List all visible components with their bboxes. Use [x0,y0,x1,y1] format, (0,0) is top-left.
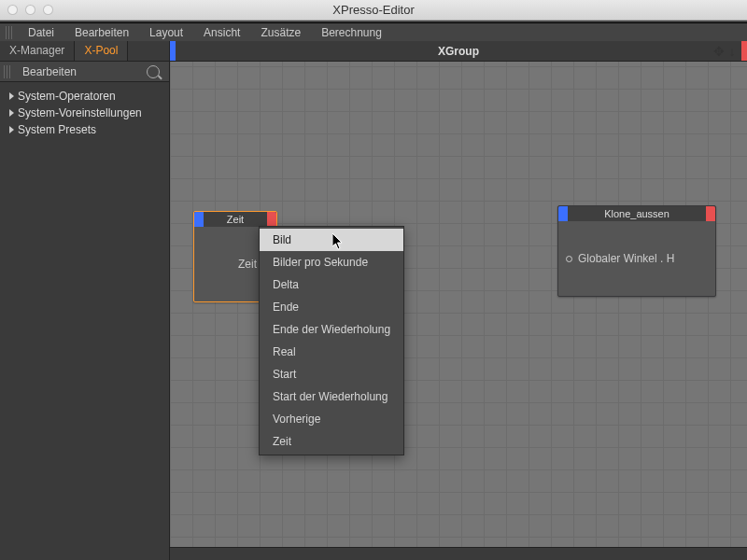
grip-icon[interactable] [4,65,11,78]
node-canvas[interactable]: Zeit Zeit Klone_aussen Globaler Winkel .… [170,62,747,560]
window-title: XPresso-Editor [332,3,414,17]
input-port-strip[interactable] [194,212,204,227]
node-klone-aussen[interactable]: Klone_aussen Globaler Winkel . H [557,205,716,297]
tab-x-pool[interactable]: X-Pool [75,41,128,61]
menu-layout[interactable]: Layout [140,24,192,41]
chevron-right-icon [9,126,14,133]
context-menu-item[interactable]: Vorherige [260,408,403,430]
menu-datei[interactable]: Datei [19,24,63,41]
menu-bearbeiten[interactable]: Bearbeiten [65,24,138,41]
tree-label: System-Voreinstellungen [18,106,142,119]
tree-label: System Presets [18,123,96,136]
input-port-strip[interactable] [558,206,568,221]
submenu-bearbeiten[interactable]: Bearbeiten [15,63,84,80]
xgroup-title: XGroup [438,45,479,58]
node-title: Klone_aussen [568,206,706,221]
xgroup-header[interactable]: XGroup ✥ ↓ [170,41,747,62]
context-menu-item[interactable]: Ende der Wiederholung [260,318,403,341]
tree-item[interactable]: System-Operatoren [4,88,165,105]
horizontal-scrollbar[interactable] [170,547,747,560]
menu-ansicht[interactable]: Ansicht [194,24,249,41]
close-icon[interactable] [7,5,18,15]
node-body: Globaler Winkel . H [558,221,715,296]
sidebar: X-Manager X-Pool Bearbeiten System-Opera… [0,41,170,560]
context-menu-item[interactable]: Real [260,341,403,363]
node-title: Zeit [204,212,267,227]
port-label: Globaler Winkel . H [578,252,674,265]
traffic-lights [7,5,53,15]
window-titlebar: XPresso-Editor [0,0,747,21]
chevron-right-icon [9,109,14,117]
minimize-icon[interactable] [25,5,35,15]
input-port-strip[interactable] [170,41,176,61]
node-header[interactable]: Zeit [194,212,276,227]
tab-x-manager[interactable]: X-Manager [0,41,75,61]
port-label: Zeit [238,258,257,271]
tree-label: System-Operatoren [18,90,116,103]
down-arrow-icon[interactable]: ↓ [726,45,738,58]
context-menu-item[interactable]: Bild [260,229,403,251]
context-menu-item[interactable]: Start der Wiederholung [260,385,403,408]
context-menu-item[interactable]: Delta [260,273,403,296]
header-tools: ✥ ↓ [713,45,738,58]
chevron-right-icon [9,92,14,100]
menu-zusaetze[interactable]: Zusätze [251,24,310,41]
tree-item[interactable]: System-Voreinstellungen [4,105,165,121]
input-port[interactable]: Globaler Winkel . H [566,250,674,267]
context-menu-item[interactable]: Zeit [260,430,403,453]
zoom-icon[interactable] [43,5,53,15]
search-icon[interactable] [147,65,160,78]
context-menu-item[interactable]: Ende [260,296,403,318]
context-menu-item[interactable]: Start [260,363,403,385]
main-menubar: Datei Bearbeiten Layout Ansicht Zusätze … [0,21,747,41]
context-menu-item[interactable]: Bilder pro Sekunde [260,251,403,273]
sidebar-submenubar: Bearbeiten [0,62,169,82]
canvas-wrap: XGroup ✥ ↓ Zeit Zeit [170,41,747,560]
port-dot-icon[interactable] [566,256,572,262]
output-port-strip[interactable] [706,206,715,221]
context-menu[interactable]: BildBilder pro SekundeDeltaEndeEnde der … [259,226,404,455]
output-port-strip[interactable] [741,41,747,61]
node-header[interactable]: Klone_aussen [558,206,715,221]
output-port-strip[interactable] [267,212,276,227]
sidebar-tree: System-Operatoren System-Voreinstellunge… [0,82,169,144]
sidebar-tabs: X-Manager X-Pool [0,41,169,62]
expand-icon[interactable]: ✥ [713,45,725,58]
tree-item[interactable]: System Presets [4,121,165,138]
grip-icon[interactable] [6,26,13,39]
menu-berechnung[interactable]: Berechnung [312,24,391,41]
